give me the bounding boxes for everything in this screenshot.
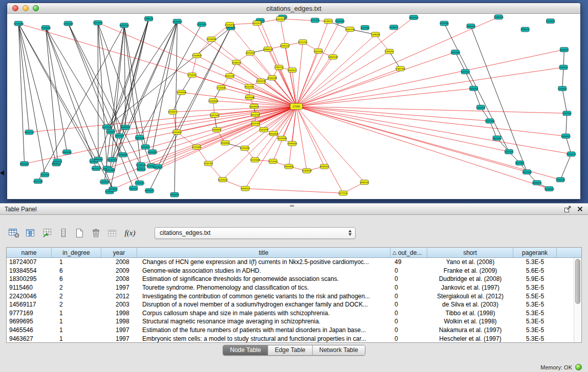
table-cell: 1 [52, 317, 101, 326]
svg-text:19572573: 19572573 [91, 167, 101, 170]
table-header-row: name in_degree year title △out_de... sho… [7, 248, 581, 258]
table-cell: 5.3E-5 [513, 283, 557, 292]
svg-text:18713934: 18713934 [93, 21, 103, 24]
svg-text:8813783: 8813783 [251, 114, 260, 116]
table-row[interactable]: 946554611997Estimation of the future num… [7, 326, 574, 335]
table-select-dropdown[interactable]: citations_edges.txt [155, 227, 356, 239]
function-builder-button[interactable]: f(x) [122, 226, 138, 239]
table-cell: Investigating the contribution of common… [137, 292, 390, 300]
svg-text:9078877: 9078877 [389, 26, 399, 29]
table-cell: 5.3E-5 [513, 300, 557, 309]
table-tabs: Node Table Edge Table Network Table [0, 345, 588, 356]
column-label: out_de... [398, 249, 422, 256]
table-cell: 1 [52, 334, 101, 342]
table-row[interactable]: 1456911722003Disruption of a novel membe… [7, 300, 574, 309]
svg-text:12415378: 12415378 [256, 80, 266, 82]
table-scrollbar[interactable] [574, 258, 581, 342]
svg-text:13678611: 13678611 [153, 166, 163, 168]
close-window-button[interactable] [12, 5, 18, 11]
close-panel-icon[interactable] [577, 206, 583, 212]
window-titlebar[interactable]: citations_edges.txt [7, 3, 580, 14]
table-cell: 9777169 [7, 309, 52, 318]
import-table-button[interactable] [40, 226, 53, 239]
tab-node-table[interactable]: Node Table [223, 345, 268, 355]
svg-text:9992011: 9992011 [521, 28, 530, 31]
svg-text:17659603: 17659603 [192, 54, 202, 57]
svg-text:3570268: 3570268 [246, 52, 255, 54]
table-cell: 2008 [101, 258, 137, 267]
table-cell: 22420046 [7, 292, 52, 300]
new-table-button[interactable] [73, 226, 86, 239]
row-height-button[interactable] [56, 226, 70, 239]
table-row[interactable]: 946362711997Embryonic stem cells: a mode… [7, 334, 574, 342]
node-table: name in_degree year title △out_de... sho… [6, 247, 582, 343]
column-header-title[interactable]: title [137, 248, 390, 257]
table-cell: 1997 [101, 326, 137, 335]
svg-text:20366333: 20366333 [302, 169, 312, 172]
memory-status-label: Memory: OK [540, 364, 572, 370]
svg-text:16943311: 16943311 [561, 135, 571, 138]
memory-indicator[interactable] [575, 364, 582, 370]
svg-text:5567913: 5567913 [276, 18, 285, 20]
panel-resize-grip[interactable] [290, 205, 294, 207]
svg-text:8311282: 8311282 [245, 85, 253, 88]
table-cell: 0 [390, 267, 427, 275]
table-cell: 1 [52, 309, 101, 318]
table-row[interactable]: 2242004622012Investigating the contribut… [7, 292, 574, 300]
column-header-pagerank[interactable]: pagerank [513, 248, 557, 257]
column-header-name[interactable]: name [7, 248, 52, 257]
svg-text:1600541: 1600541 [559, 66, 569, 69]
svg-text:7613246: 7613246 [40, 173, 50, 176]
column-header-in-degree[interactable]: in_degree [52, 248, 101, 257]
table-cell: Nakamura et al. (1997) [427, 326, 513, 335]
svg-text:15323069: 15323069 [250, 159, 260, 161]
svg-text:4991536: 4991536 [360, 181, 369, 184]
svg-text:20325092: 20325092 [239, 147, 250, 149]
table-row[interactable]: 1872400712008Changes of HCN gene express… [7, 258, 574, 267]
table-row[interactable]: 977716911998Corpus callosum shape and si… [7, 309, 574, 318]
float-panel-icon[interactable] [564, 206, 571, 212]
merge-tables-button[interactable] [105, 226, 119, 239]
column-label: year [113, 249, 125, 256]
table-row[interactable]: 1938455462009Genome-wide association stu… [7, 267, 574, 275]
svg-text:21948579: 21948579 [99, 181, 110, 183]
svg-text:20637330: 20637330 [33, 180, 43, 183]
table-cell: 49 [390, 258, 427, 267]
svg-text:13762468: 13762468 [63, 23, 74, 25]
tab-network-table[interactable]: Network Table [312, 345, 365, 355]
svg-text:3887681: 3887681 [115, 135, 124, 137]
svg-text:16974414: 16974414 [147, 151, 158, 154]
table-settings-button[interactable] [7, 226, 20, 239]
table-cell: 5.3E-5 [513, 309, 557, 318]
svg-text:13770489: 13770489 [13, 23, 24, 25]
scrollbar-thumb[interactable] [575, 259, 580, 304]
tab-edge-table[interactable]: Edge Table [268, 345, 312, 355]
table-row[interactable]: 1830029562008Estimation of significance … [7, 275, 574, 283]
show-columns-button[interactable] [24, 226, 37, 239]
table-cell: Corpus callosum shape and size in male p… [137, 309, 390, 318]
network-view-window[interactable]: citations_edges.txt 13770489122984681376… [7, 3, 581, 200]
svg-text:9504769: 9504769 [469, 87, 478, 90]
network-graph-canvas[interactable]: 1377048912298468137624681871393415312100… [7, 14, 580, 200]
svg-text:2341793: 2341793 [204, 162, 213, 165]
column-header-short[interactable]: short [427, 248, 513, 257]
table-row[interactable]: 969969511998Structural magnetic resonanc… [7, 317, 574, 326]
table-cell: 1 [52, 326, 101, 335]
table-cell: Genome-wide association studies in ADHD. [137, 267, 390, 275]
svg-text:7435379: 7435379 [476, 106, 486, 109]
svg-text:18567256: 18567256 [345, 28, 355, 31]
minimize-window-button[interactable] [23, 5, 29, 11]
zoom-window-button[interactable] [33, 5, 39, 11]
table-cell: 2008 [101, 275, 137, 283]
table-row[interactable]: 911546021997Tourette syndrome. Phenomeno… [7, 283, 574, 292]
svg-text:3806899: 3806899 [221, 142, 230, 144]
table-cell: 18724007 [7, 258, 52, 267]
delete-table-button[interactable] [89, 226, 102, 239]
svg-text:17954203: 17954203 [135, 182, 145, 184]
column-header-out-degree[interactable]: △out_de... [390, 248, 427, 257]
table-cell: 2012 [101, 292, 137, 300]
svg-text:10093370: 10093370 [120, 126, 130, 128]
table-cell: Embryonic stem cells: a model to study s… [137, 334, 390, 342]
svg-text:8409976: 8409976 [560, 49, 569, 51]
column-header-year[interactable]: year [101, 248, 137, 257]
